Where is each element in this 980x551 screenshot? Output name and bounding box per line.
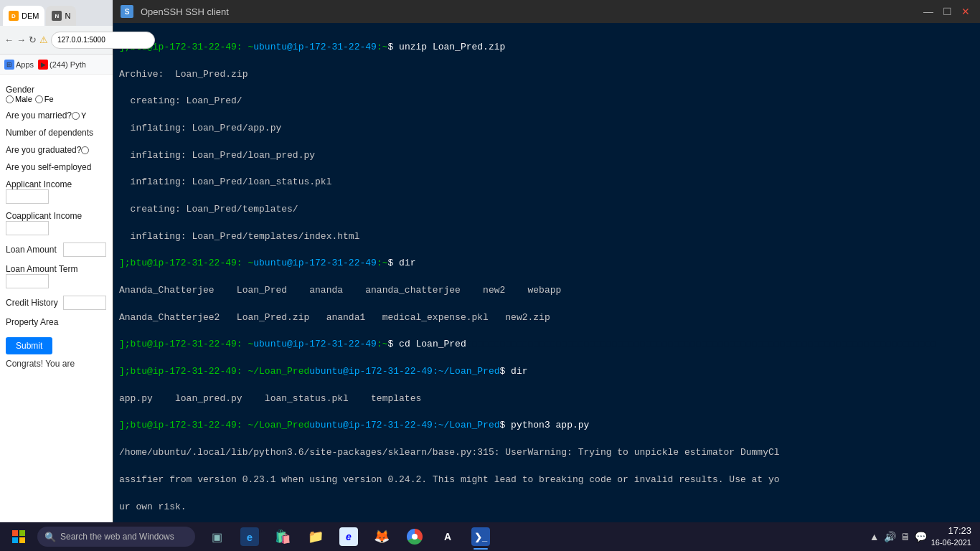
taskbar-apps: ▣ e 🛍️ 📁 e 🦊 A bbox=[201, 522, 496, 551]
property-area-label: Property Area bbox=[6, 317, 63, 327]
graduated-row: Are you graduated? bbox=[6, 145, 107, 155]
youtube-icon: ▶ bbox=[38, 60, 48, 70]
ssh-app-icon: S bbox=[121, 5, 133, 18]
terminal-line: /home/ubuntu/.local/lib/python3.6/site-p… bbox=[119, 446, 974, 460]
gender-female[interactable]: Fe bbox=[35, 95, 54, 103]
ie-icon: e bbox=[339, 527, 358, 546]
loan-term-row: Loan Amount Term bbox=[6, 264, 107, 288]
apps-icon: ⊞ bbox=[4, 60, 14, 70]
ssh-window: S OpenSSH SSH client — ☐ ✕ ];btu@ip-172-… bbox=[113, 0, 980, 524]
firefox-icon: 🦊 bbox=[373, 528, 390, 545]
terminal-line: ];btu@ip-172-31-22-49: ~ubuntu@ip-172-31… bbox=[119, 41, 974, 55]
applicant-income-row: Applicant Income bbox=[6, 179, 107, 204]
terminal-line: ];btu@ip-172-31-22-49: ~/Loan_Predubuntu… bbox=[119, 419, 974, 433]
terminal-line: ];btu@ip-172-31-22-49: ~ubuntu@ip-172-31… bbox=[119, 338, 974, 352]
tab-label-2: N bbox=[65, 11, 70, 20]
loan-term-input[interactable] bbox=[6, 274, 49, 288]
terminal-line: creating: Loan_Pred/ bbox=[119, 95, 974, 108]
forward-button[interactable]: → bbox=[17, 33, 26, 47]
bookmark-yt-label: (244) Pyth bbox=[50, 60, 86, 69]
terminal-line: inflating: Loan_Pred/templates/index.htm… bbox=[119, 230, 974, 244]
warning-button[interactable]: ⚠ bbox=[39, 33, 48, 47]
terminal-line: Ananda_Chatterjee2 Loan_Pred.zip ananda1… bbox=[119, 311, 974, 325]
terminal-output[interactable]: ];btu@ip-172-31-22-49: ~ubuntu@ip-172-31… bbox=[113, 23, 980, 524]
taskbar-chrome[interactable] bbox=[399, 522, 430, 551]
submit-button[interactable]: Submit bbox=[6, 337, 52, 354]
taskbar-task-view[interactable]: ▣ bbox=[201, 522, 232, 551]
taskbar-tray: ▲ 🔊 🖥 💬 17:23 16-06-2021 bbox=[870, 524, 977, 549]
taskbar-edge[interactable]: e bbox=[234, 522, 265, 551]
minimize-button[interactable]: — bbox=[921, 4, 936, 19]
radio-grad[interactable] bbox=[81, 146, 89, 154]
taskbar-file-explorer[interactable]: 📁 bbox=[300, 522, 331, 551]
selfemployed-label: Are you self-employed bbox=[6, 162, 91, 172]
terminal-line: creating: Loan_Pred/templates/ bbox=[119, 203, 974, 217]
tab-2[interactable]: N N bbox=[46, 6, 76, 26]
bookmarks-bar: ⊞ Apps ▶ (244) Pyth bbox=[0, 55, 113, 75]
taskbar-store[interactable]: 🛍️ bbox=[267, 522, 298, 551]
credit-history-label: Credit History bbox=[6, 298, 63, 308]
taskbar-powershell[interactable]: ❯_ bbox=[465, 522, 496, 551]
terminal-line: inflating: Loan_Pred/loan_pred.py bbox=[119, 149, 974, 163]
maximize-button[interactable]: ☐ bbox=[940, 4, 954, 19]
webapp-form: Gender Male Fe Are you married? Y Number… bbox=[0, 79, 113, 524]
credit-history-row: Credit History bbox=[6, 296, 107, 310]
tab-dem[interactable]: D DEM bbox=[3, 6, 44, 26]
close-button[interactable]: ✕ bbox=[958, 4, 973, 19]
tab-favicon-1: D bbox=[9, 11, 19, 21]
taskbar-language[interactable]: A bbox=[432, 522, 463, 551]
gender-row: Gender Male Fe bbox=[6, 85, 107, 103]
applicant-income-label: Applicant Income bbox=[6, 179, 72, 189]
married-row: Are you married? Y bbox=[6, 110, 107, 121]
applicant-income-input[interactable] bbox=[6, 189, 49, 204]
terminal-line: Ananda_Chatterjee Loan_Pred ananda anand… bbox=[119, 284, 974, 298]
start-button[interactable] bbox=[3, 522, 34, 551]
language-icon: A bbox=[439, 528, 456, 545]
terminal-line: inflating: Loan_Pred/app.py bbox=[119, 122, 974, 136]
property-area-row: Property Area bbox=[6, 317, 107, 327]
system-clock[interactable]: 17:23 16-06-2021 bbox=[931, 524, 971, 549]
terminal-line: app.py loan_pred.py loan_status.pkl temp… bbox=[119, 392, 974, 406]
taskbar: 🔍 Search the web and Windows ▣ e 🛍️ 📁 e … bbox=[0, 522, 980, 551]
taskbar-ie[interactable]: e bbox=[333, 522, 364, 551]
taskbar-firefox[interactable]: 🦊 bbox=[366, 522, 397, 551]
married-yes[interactable]: Y bbox=[72, 111, 86, 120]
radio-male[interactable] bbox=[6, 95, 14, 103]
back-button[interactable]: ← bbox=[4, 33, 14, 47]
coapplicant-income-row: Coapplicant Income bbox=[6, 211, 107, 235]
congrats-text: Congrats! You are bbox=[6, 359, 107, 369]
window-controls: — ☐ ✕ bbox=[921, 4, 973, 19]
clock-date: 16-06-2021 bbox=[931, 537, 971, 548]
radio-female[interactable] bbox=[35, 95, 43, 103]
file-explorer-icon: 📁 bbox=[307, 528, 324, 545]
radio-married-y[interactable] bbox=[72, 112, 80, 120]
coapplicant-income-input[interactable] bbox=[6, 221, 49, 235]
terminal-line: assifier from version 0.23.1 when using … bbox=[119, 474, 974, 487]
volume-icon[interactable]: 🔊 bbox=[884, 531, 896, 542]
powershell-icon: ❯_ bbox=[471, 527, 490, 546]
taskbar-search-bar[interactable]: 🔍 Search the web and Windows bbox=[37, 527, 195, 547]
svg-rect-2 bbox=[12, 537, 18, 543]
browser-panel: D DEM N N ← → ↻ ⚠ ⊞ Apps ▶ (244) Pyth Ge… bbox=[0, 0, 113, 524]
bookmark-apps[interactable]: ⊞ Apps bbox=[4, 60, 34, 70]
edge-icon: e bbox=[240, 527, 259, 546]
married-options: Y bbox=[72, 111, 86, 120]
ssh-titlebar: S OpenSSH SSH client — ☐ ✕ bbox=[113, 0, 980, 23]
graduated-option[interactable] bbox=[81, 146, 89, 154]
loan-amount-row: Loan Amount bbox=[6, 242, 107, 257]
bookmark-youtube[interactable]: ▶ (244) Pyth bbox=[38, 60, 86, 70]
graduated-label: Are you graduated? bbox=[6, 145, 81, 155]
credit-history-input[interactable] bbox=[63, 296, 106, 310]
browser-tabs: D DEM N N bbox=[0, 0, 113, 26]
gender-options: Male Fe bbox=[6, 95, 54, 103]
svg-rect-1 bbox=[19, 530, 25, 536]
ssh-window-title: OpenSSH SSH client bbox=[141, 6, 914, 17]
loan-amount-input[interactable] bbox=[63, 242, 106, 257]
tray-arrow-icon[interactable]: ▲ bbox=[870, 531, 880, 542]
notification-icon[interactable]: 💬 bbox=[915, 531, 927, 542]
network-icon[interactable]: 🖥 bbox=[900, 531, 910, 542]
search-placeholder: Search the web and Windows bbox=[60, 532, 174, 542]
refresh-button[interactable]: ↻ bbox=[29, 33, 37, 47]
address-bar[interactable] bbox=[51, 32, 155, 49]
gender-male[interactable]: Male bbox=[6, 95, 32, 103]
